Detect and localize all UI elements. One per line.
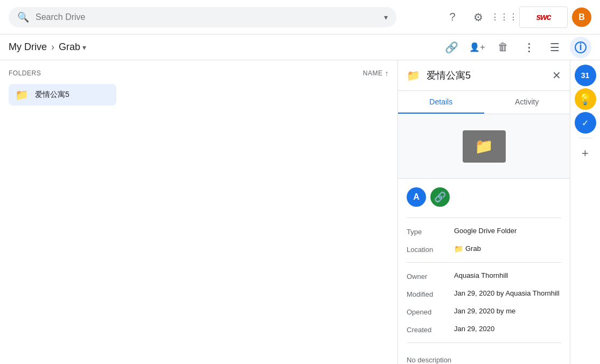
delete-icon: 🗑 xyxy=(498,41,508,53)
owner-row: Owner Aquasia Thornhill xyxy=(407,271,561,281)
help-button[interactable]: ? xyxy=(442,6,463,28)
main-layout: Folders Name ↑ 📁 爱情公寓5 📁 爱情公寓5 ✕ xyxy=(0,60,600,364)
search-icon: 🔍 xyxy=(17,11,29,23)
add-sidebar-button[interactable]: + xyxy=(575,143,596,164)
preview-folder-icon: 📁 xyxy=(463,130,506,163)
detail-folder-icon: 📁 xyxy=(407,69,420,82)
tab-details-label: Details xyxy=(429,97,452,106)
detail-title: 爱情公寓5 xyxy=(427,69,546,82)
share-icons: A 🔗 xyxy=(398,179,570,215)
tab-activity-label: Activity xyxy=(515,97,539,106)
keep-sidebar-button[interactable]: 💡 xyxy=(575,88,596,110)
opened-label: Opened xyxy=(407,307,450,316)
breadcrumb-current-label: Grab xyxy=(59,41,80,53)
tasks-sidebar-button[interactable]: ✓ xyxy=(575,112,596,134)
opened-value: Jan 29, 2020 by me xyxy=(454,307,561,316)
file-area: Folders Name ↑ 📁 爱情公寓5 xyxy=(0,60,397,364)
name-column[interactable]: Name ↑ xyxy=(363,69,389,78)
section-header: Folders Name ↑ xyxy=(9,69,389,78)
apps-icon: ⋮⋮⋮ xyxy=(491,12,518,22)
share-avatar-initial: A xyxy=(413,192,420,202)
owner-value: Aquasia Thornhill xyxy=(454,271,561,281)
created-label: Created xyxy=(407,325,450,334)
link-share-icon: 🔗 xyxy=(434,191,446,203)
detail-tabs: Details Activity xyxy=(398,91,570,114)
delete-button[interactable]: 🗑 xyxy=(492,37,514,58)
share-avatar[interactable]: A xyxy=(407,187,426,207)
list-icon: ☰ xyxy=(550,41,560,54)
search-dropdown-icon[interactable]: ▾ xyxy=(384,13,388,22)
link-icon: 🔗 xyxy=(445,41,458,54)
separator-2 xyxy=(407,262,561,263)
detail-content: Type Google Drive Folder Location 📁 Grab… xyxy=(398,215,570,364)
opened-row: Opened Jan 29, 2020 by me xyxy=(407,307,561,316)
more-icon: ⋮ xyxy=(524,41,534,54)
tasks-icon: ✓ xyxy=(582,118,589,128)
location-folder-icon: 📁 xyxy=(454,244,463,253)
type-value: Google Drive Folder xyxy=(454,227,561,236)
folder-item[interactable]: 📁 爱情公寓5 xyxy=(9,84,116,106)
info-icon: i xyxy=(575,41,587,53)
sort-icon: ↑ xyxy=(385,69,389,78)
breadcrumb-bar: My Drive › Grab ▾ 🔗 👤+ 🗑 ⋮ ☰ i xyxy=(0,34,600,60)
folder-icon: 📁 xyxy=(15,88,29,101)
detail-header: 📁 爱情公寓5 ✕ xyxy=(398,60,570,91)
right-sidebar: 31 💡 ✓ + xyxy=(570,60,600,364)
avatar-initial: B xyxy=(578,12,585,22)
add-person-icon: 👤+ xyxy=(469,42,485,52)
tab-activity[interactable]: Activity xyxy=(484,91,570,114)
search-input[interactable] xyxy=(36,12,378,22)
detail-close-button[interactable]: ✕ xyxy=(552,69,561,82)
name-label: Name xyxy=(363,69,383,77)
modified-row: Modified Jan 29, 2020 by Aquasia Thornhi… xyxy=(407,289,561,298)
swc-logo-text: swc xyxy=(536,12,550,22)
folder-name: 爱情公寓5 xyxy=(35,90,69,100)
user-avatar[interactable]: B xyxy=(572,8,591,27)
detail-panel: 📁 爱情公寓5 ✕ Details Activity 📁 xyxy=(397,60,570,364)
more-options-button[interactable]: ⋮ xyxy=(518,37,540,58)
share-link-icon[interactable]: 🔗 xyxy=(430,187,450,207)
created-value: Jan 29, 2020 xyxy=(454,325,561,334)
owner-label: Owner xyxy=(407,271,450,281)
share-link-button[interactable]: 🔗 xyxy=(441,37,462,58)
top-right-actions: ? ⚙ ⋮⋮⋮ swc B xyxy=(442,6,591,28)
location-label: Location xyxy=(407,244,450,254)
separator-1 xyxy=(407,218,561,218)
top-bar: 🔍 ▾ ? ⚙ ⋮⋮⋮ swc B xyxy=(0,0,600,34)
bulb-icon: 💡 xyxy=(578,93,592,106)
calendar-icon: 31 xyxy=(581,71,590,80)
calendar-sidebar-button[interactable]: 31 xyxy=(575,65,596,86)
modified-label: Modified xyxy=(407,289,450,298)
search-box[interactable]: 🔍 ▾ xyxy=(9,7,396,27)
sidebar-divider xyxy=(579,138,592,138)
created-row: Created Jan 29, 2020 xyxy=(407,325,561,334)
type-label: Type xyxy=(407,227,450,236)
add-icon: + xyxy=(582,146,589,160)
breadcrumb-root[interactable]: My Drive xyxy=(9,41,47,53)
toolbar-right: 🔗 👤+ 🗑 ⋮ ☰ i xyxy=(441,37,591,58)
breadcrumb-current[interactable]: Grab ▾ xyxy=(59,41,86,53)
folders-label: Folders xyxy=(9,69,359,77)
location-row: Location 📁 Grab xyxy=(407,244,561,254)
help-icon: ? xyxy=(449,11,455,23)
breadcrumb-dropdown-icon[interactable]: ▾ xyxy=(82,43,86,52)
tab-details[interactable]: Details xyxy=(398,91,484,114)
type-row: Type Google Drive Folder xyxy=(407,227,561,236)
separator-3 xyxy=(407,342,561,343)
breadcrumb-separator: › xyxy=(51,41,54,53)
settings-button[interactable]: ⚙ xyxy=(468,6,489,28)
preview-area: 📁 xyxy=(398,114,570,179)
location-value: 📁 Grab xyxy=(454,244,561,254)
modified-value: Jan 29, 2020 by Aquasia Thornhill xyxy=(454,289,561,298)
location-folder-name: Grab xyxy=(465,244,481,253)
apps-button[interactable]: ⋮⋮⋮ xyxy=(493,6,515,28)
list-view-button[interactable]: ☰ xyxy=(544,37,566,58)
add-person-button[interactable]: 👤+ xyxy=(466,37,488,58)
swc-logo: swc xyxy=(519,6,568,28)
no-description: No description xyxy=(407,352,561,364)
info-button[interactable]: i xyxy=(570,37,591,58)
settings-icon: ⚙ xyxy=(473,11,483,24)
